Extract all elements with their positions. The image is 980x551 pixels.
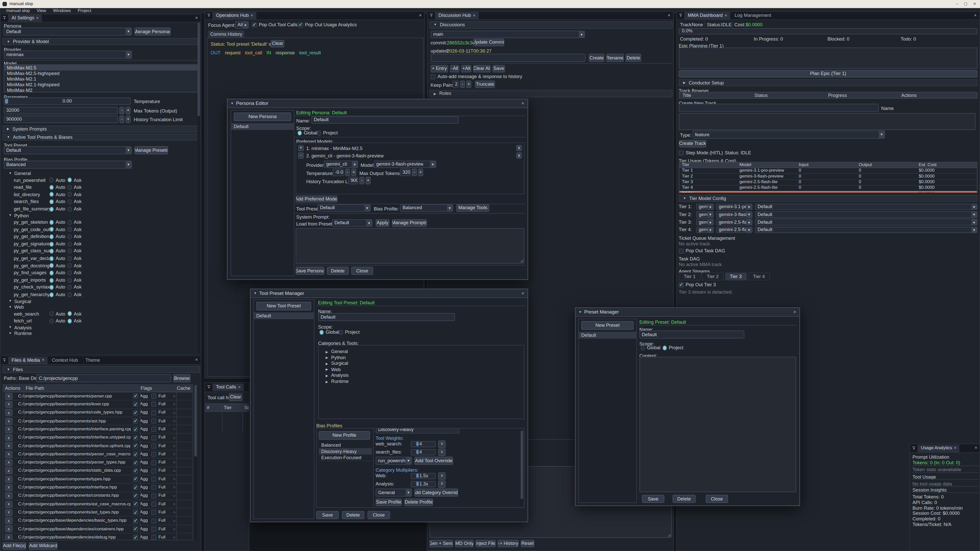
tier-model-select[interactable]: gemini-3-flash-preview▼ <box>716 211 752 218</box>
comms-history-tab[interactable]: Comms History <box>208 30 245 38</box>
new-persona-button[interactable]: New Persona <box>234 113 291 121</box>
manage-personas-button[interactable]: Manage Personas <box>135 27 171 36</box>
new-profile-button[interactable]: New Profile <box>319 431 370 440</box>
tab-ai-settings[interactable]: AI Settings × <box>8 14 42 22</box>
tool-preset-name-input[interactable]: Default <box>318 313 455 321</box>
save-button[interactable]: Save <box>642 495 664 503</box>
persona-select[interactable]: Default ▼ <box>4 27 132 36</box>
remove-override-button[interactable]: x <box>438 440 445 448</box>
dialog-close-icon[interactable]: × <box>520 291 526 296</box>
menu-item-project[interactable]: Project <box>78 8 91 14</box>
close-icon[interactable]: × <box>473 13 476 18</box>
new-tool-preset-button[interactable]: New Tool Preset <box>256 302 311 310</box>
add-preferred-model-button[interactable]: Add Preferred Model <box>296 196 337 203</box>
ask-radio[interactable]: Ask <box>67 284 86 290</box>
delete-button[interactable]: Delete <box>673 495 696 503</box>
ask-radio[interactable]: Ask <box>67 248 86 254</box>
manage-tools-button[interactable]: Manage Tools <box>456 204 490 212</box>
close-icon[interactable]: × <box>42 357 45 363</box>
bias-profile-select[interactable]: Balanced ▼ <box>4 160 132 168</box>
column-header[interactable]: Actions <box>3 386 25 391</box>
save-profile-button[interactable]: Save Profile <box>375 499 402 506</box>
weight-input[interactable]: 4 <box>410 441 436 447</box>
ask-radio[interactable]: Ask <box>67 192 86 197</box>
full-checkbox[interactable]: Full <box>151 418 165 424</box>
add-entry-button[interactable]: + Entry <box>431 65 448 73</box>
tool-category[interactable]: ▼Runtime <box>3 330 196 337</box>
epic-planning-textarea[interactable] <box>679 48 978 68</box>
tab-usage-analytics[interactable]: Usage Analytics × <box>918 445 959 452</box>
preset-list-item[interactable]: Default <box>231 123 294 130</box>
column-header[interactable]: Title <box>679 92 754 98</box>
close-dialog-button[interactable]: Close <box>706 495 728 503</box>
tool-preset-select[interactable]: Default ▼ <box>4 146 132 154</box>
full-checkbox[interactable]: Full <box>151 476 165 482</box>
decrement-button[interactable]: - <box>119 116 124 123</box>
full-checkbox[interactable]: Full <box>151 485 165 490</box>
window-minimize-icon[interactable]: ─ <box>956 2 958 6</box>
full-checkbox[interactable]: Full <box>151 493 165 499</box>
provider-select[interactable]: gemini_cli ▼ <box>324 160 358 168</box>
column-header[interactable]: Sc <box>245 405 250 410</box>
menu-item-view[interactable]: View <box>37 8 46 14</box>
auto-radio[interactable]: Auto <box>49 206 67 212</box>
remove-file-button[interactable]: x <box>5 501 13 508</box>
delete-discussion-button[interactable]: Delete <box>625 54 641 62</box>
apply-button[interactable]: Apply <box>375 219 390 227</box>
update-commit-button[interactable]: Update Commit <box>473 39 504 46</box>
ask-radio[interactable]: Ask <box>67 199 86 205</box>
model-option[interactable]: MiniMax-M2.5 <box>4 65 197 71</box>
category-item[interactable]: ▶Web <box>319 367 524 372</box>
tab-mma-dashboard[interactable]: MMA Dashboard × <box>685 12 730 19</box>
resize-grip-icon[interactable] <box>520 259 523 262</box>
scope-project-radio[interactable]: Project <box>662 345 683 351</box>
increment-button[interactable]: + <box>418 168 423 176</box>
truncate-button[interactable]: Truncate <box>475 81 495 88</box>
persona-name-input[interactable]: Default <box>311 116 459 124</box>
panel-close-icon[interactable]: × <box>417 13 423 18</box>
panel-close-icon[interactable]: × <box>973 445 979 451</box>
dialog-close-icon[interactable]: × <box>520 100 526 106</box>
remove-file-button[interactable]: x <box>5 459 13 466</box>
full-checkbox[interactable]: Full <box>151 427 165 432</box>
discussion-name-input[interactable] <box>431 54 585 62</box>
tier-preset-select[interactable]: Default▼ <box>755 227 977 233</box>
to-history-button[interactable]: -> History <box>497 540 519 547</box>
auto-radio[interactable]: Auto <box>49 318 67 324</box>
weight-input[interactable]: 4 <box>410 449 436 455</box>
auto-radio[interactable]: Auto <box>49 277 67 283</box>
ask-radio[interactable]: Ask <box>67 277 86 283</box>
add-all-button[interactable]: +All <box>461 65 471 73</box>
model-option[interactable]: MiniMax-M2.1-highspeed <box>4 82 197 87</box>
auto-radio[interactable]: Auto <box>49 219 67 225</box>
panel-close-icon[interactable]: × <box>194 15 199 21</box>
remove-file-button[interactable]: x <box>5 451 13 457</box>
conductor-setup-section[interactable]: ▶ Conductor Setup <box>679 79 978 86</box>
system-prompt-textarea[interactable] <box>296 228 524 264</box>
close-dialog-button[interactable]: Close <box>351 267 373 275</box>
full-checkbox[interactable]: Full <box>151 451 165 457</box>
provider-model-section[interactable]: ▼ Provider & Model <box>3 38 200 45</box>
add-files-button[interactable]: Add File(s) <box>3 542 26 550</box>
scope-global-radio[interactable]: Global <box>641 345 660 351</box>
stream-tab-tier-4[interactable]: Tier 4 <box>748 272 770 281</box>
bias-profile-select[interactable]: Balanced ▼ <box>400 204 453 212</box>
auto-radio[interactable]: Auto <box>49 248 67 254</box>
ask-radio[interactable]: Ask <box>67 270 86 276</box>
gen-send-button[interactable]: Gen + Send <box>429 540 453 547</box>
tier-model-config-section[interactable]: ▼ Tier Model Config <box>679 195 978 202</box>
stream-tab-tier-1[interactable]: Tier 1 <box>679 272 700 281</box>
close-icon[interactable]: × <box>238 385 241 390</box>
decrement-button[interactable]: - <box>345 168 350 176</box>
model-option[interactable]: MiniMax-M2.5-highspeed <box>4 71 197 76</box>
model-select[interactable]: gemini-3-flash-preview ▼ <box>374 160 436 168</box>
dialog-close-icon[interactable]: × <box>792 309 797 315</box>
stream-tab-tier-3[interactable]: Tier 3 <box>725 272 746 281</box>
save-discussion-button[interactable]: Save <box>493 65 505 73</box>
model-option[interactable]: MiniMax-M2.1 <box>4 76 197 82</box>
remove-file-button[interactable]: x <box>5 484 13 491</box>
tool-category[interactable]: ▼Surgical <box>3 298 196 304</box>
remove-file-button[interactable]: x <box>5 401 13 408</box>
collapse-panel-icon[interactable]: ▼ <box>3 16 6 20</box>
tier-model-select[interactable]: gemini-3.1-pro-preview▼ <box>716 203 752 210</box>
